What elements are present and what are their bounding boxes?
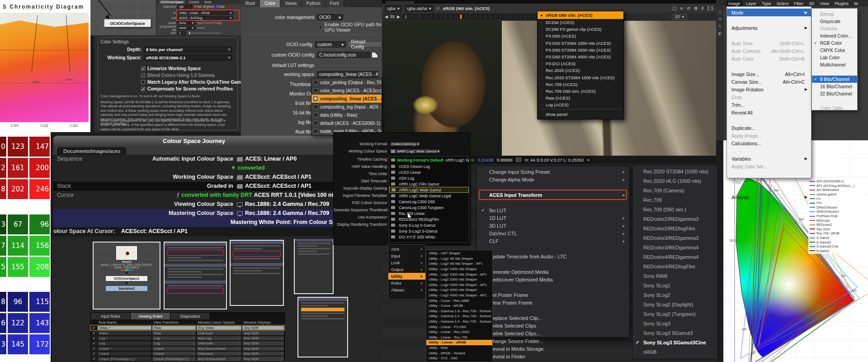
view-transform-select[interactable]: Linear↕	[152, 351, 196, 356]
menu-bar-item[interactable]: Plugins	[832, 0, 851, 6]
colourspace-option[interactable]: CanonLog C500 Tungsten	[389, 205, 469, 210]
file-browse-icon[interactable]	[372, 52, 377, 57]
mode-option[interactable]: Lab Color	[812, 54, 857, 61]
channels-dropdown[interactable]: rgb	[177, 5, 193, 9]
utility-colorspace-option[interactable]: Utility - Log2 2000 nits Shaper - AP1	[426, 282, 492, 288]
colourspace-option[interactable]: CanonLog C500 D55	[389, 199, 469, 205]
display-transform-option[interactable]: ○ P3-DCI (ACES)	[538, 60, 623, 67]
menu-item[interactable]: Calculations...	[727, 139, 811, 147]
menu-item[interactable]: Auto Tone Shift+Ctrl+L	[727, 39, 811, 47]
working-space-option[interactable]: color_picking (Output - Rec.709)	[311, 78, 382, 86]
context-menu-item[interactable]: Rediscover Optimized Media	[476, 276, 629, 283]
menu-bar-item[interactable]: Select	[774, 0, 791, 6]
colorspace-group-item[interactable]: Roles▸	[388, 280, 425, 286]
mode-option[interactable]: ✓ RGB Color	[812, 39, 857, 47]
next-button[interactable]: ▶	[397, 14, 400, 19]
properties-tab[interactable]: Context	[188, 0, 200, 4]
utility-colorspace-option[interactable]: Utility - Curve - sRGB	[426, 303, 492, 309]
utility-colorspace-option[interactable]: Utility - LMT Shaper	[426, 251, 492, 256]
menu-item[interactable]: Image Size... Alt+Ctrl+I	[727, 70, 811, 78]
mode-option[interactable]: CMYK Color	[812, 47, 857, 54]
context-menu-item[interactable]	[476, 199, 629, 206]
mode-option[interactable]: Bitmap	[812, 10, 857, 18]
utility-colorspace-option[interactable]: Utility - Linear - sRGB	[426, 340, 492, 345]
display-transform-option[interactable]: ○ Rec.709 D60 sim. (ACES)	[538, 88, 623, 95]
mode-option[interactable]: Color Table...	[812, 105, 857, 112]
colourspace-option[interactable]: DCI X'Y'Z' D55 White	[389, 234, 469, 240]
frame-input[interactable]: 1	[402, 14, 418, 19]
display-transform-option[interactable]: ○ Rec.709 (ACES)	[538, 81, 623, 88]
rules-tab[interactable]: Input Rules	[91, 313, 131, 319]
context-menu-item[interactable]	[476, 260, 629, 268]
idt-option[interactable]: Rec.2020 ST2084 (1000 nits)	[632, 167, 717, 176]
colorspace-group-item[interactable]: ADX▸	[388, 246, 425, 252]
depth-dropdown[interactable]: 8 bits per channel▾	[144, 47, 232, 52]
display-transform-option[interactable]: ○ P3-D60 ST2084 2000 nits (ACES)	[538, 47, 623, 53]
colourspace-option[interactable]: ACES Linear	[389, 169, 469, 175]
settings-tab[interactable]: Views	[280, 0, 302, 7]
context-menu-item[interactable]: Generate Optimized Media	[476, 268, 629, 276]
rule-enabled-check[interactable]: ✓	[91, 351, 97, 356]
table-row[interactable]: ✓ Log Log↕ Unknown↕ Any SDR↕	[91, 341, 284, 346]
allowed-displays-select[interactable]: Any SDR↕	[242, 341, 284, 346]
alpha-dropdown[interactable]: rgba.alpha▾	[405, 5, 434, 12]
rule-enabled-check[interactable]: ✓	[91, 356, 97, 361]
menu-item[interactable]: Adjustments ▶	[727, 24, 811, 32]
allowed-displays-select[interactable]: Any SDR↕	[242, 356, 284, 361]
allowed-displays-select[interactable]: Any SDR↕	[242, 330, 284, 335]
chevron-down-icon[interactable]: ▾	[587, 157, 590, 162]
allowed-colourspaces-select[interactable]: Any Log↕	[196, 336, 242, 341]
table-row[interactable]: ✓ Video * Raw↕ Any Video↕ Any SDR↕	[91, 325, 284, 330]
menu-item[interactable]	[727, 62, 811, 70]
context-menu-item[interactable]: Update Timecode from Audio - LTC	[476, 252, 629, 260]
context-menu-item[interactable]: CLF ▸	[476, 237, 629, 245]
checkbox-icon[interactable]	[141, 80, 145, 84]
ocio-config-dropdown[interactable]: custom▾	[315, 41, 346, 48]
mask-options[interactable]: inject invert fringe	[197, 21, 222, 24]
allowed-displays-select[interactable]: Any SDR↕	[242, 325, 284, 330]
context-menu-item[interactable]: Relink Selected Clips...	[476, 329, 629, 337]
menu-item[interactable]: Duplicate...	[727, 124, 811, 132]
context-menu-item[interactable]: Replace Selected Clip...	[476, 314, 629, 322]
mix-slider[interactable]	[189, 33, 221, 33]
mode-option[interactable]	[812, 68, 857, 76]
allowed-colourspaces-select[interactable]: Any Scene-linear↕	[196, 346, 242, 351]
fstop-label[interactable]: f/8	[390, 14, 395, 19]
idt-option[interactable]: Sony SLog3	[632, 319, 717, 328]
colorspace-group-item[interactable]: Output▸	[388, 266, 425, 273]
utility-colorspace-option[interactable]: Utility - Log2 48 nits Shaper	[426, 256, 492, 262]
viewer-toolbar-icon[interactable]: 1:1	[707, 6, 713, 11]
table-row[interactable]: ✓ Linear Linear↕ Unknown↕ Any SDR↕	[91, 351, 284, 356]
menu-item[interactable]	[727, 16, 811, 24]
rule-enabled-check[interactable]: ✓	[91, 325, 97, 330]
reload-config-button[interactable]: Reload Config	[348, 41, 382, 48]
context-menu-item[interactable]: Clear Poster Frame	[476, 299, 629, 306]
menu-bar-item[interactable]: Layer	[743, 0, 759, 6]
context-menu-item[interactable]: Change Source Folder...	[476, 337, 629, 345]
allowed-displays-select[interactable]: Any SDR↕	[242, 336, 284, 341]
display-transform-option[interactable]: ○ Rec.2020 (ACES)	[538, 67, 623, 74]
utility-colorspace-option[interactable]: Utility - Gamma 2.2 - Rec.709 - Texture	[426, 314, 492, 319]
context-menu-item[interactable]	[476, 283, 629, 291]
settings-tab[interactable]: Font	[326, 0, 344, 7]
menu-bar-item[interactable]: Image	[726, 0, 742, 6]
context-menu-item[interactable]: ACES Input Transform ▸	[476, 191, 629, 199]
context-menu-item[interactable]: 3D LUT ▸	[476, 222, 629, 229]
idt-option[interactable]: Sony SLog2	[632, 290, 717, 300]
display-transform-option[interactable]: ○ Rec.2020 ST2084 1000 nits (ACES)	[538, 74, 623, 81]
display-transform-dropdown[interactable]: sRGB D60 sim. (ACES)	[443, 6, 489, 11]
menu-item[interactable]	[727, 116, 811, 124]
mode-option[interactable]: 32 Bits/Channel	[812, 90, 857, 97]
menu-item[interactable]: Mode ▶	[727, 9, 811, 16]
rule-enabled-check[interactable]: ✓	[91, 336, 97, 341]
tool-icon[interactable]: ▢	[718, 10, 722, 14]
view-transform-select[interactable]: Linear↕	[152, 346, 196, 351]
menu-item[interactable]: Auto Color Shift+Ctrl+B	[727, 55, 811, 62]
menu-bar-item[interactable]: W	[852, 0, 860, 6]
journey-tab[interactable]: Documents/images/aces	[57, 147, 127, 155]
utility-colorspace-option[interactable]: Utility - XYZ - D60	[426, 356, 492, 361]
utility-colorspace-option[interactable]: Utility - Log2 4000 nits Shaper - AP1	[426, 293, 492, 298]
context-menu-item[interactable]: Unlink Selected Clips	[476, 322, 629, 329]
working-space-option[interactable]: color_timing (ACES - ACEScc)	[311, 86, 382, 95]
2d-view-dropdown[interactable]: 2D▾	[672, 14, 687, 20]
